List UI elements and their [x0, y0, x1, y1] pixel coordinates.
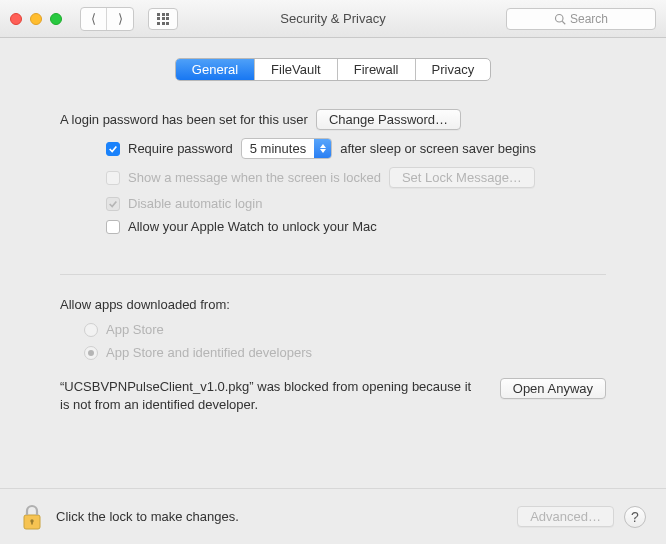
- stepper-icon: [314, 139, 331, 158]
- lock-icon[interactable]: [20, 503, 44, 531]
- disable-auto-login-row: Disable automatic login: [60, 196, 606, 211]
- radio-appstore-label: App Store: [106, 322, 164, 337]
- radio-identified: [84, 346, 98, 360]
- grid-icon: [157, 13, 169, 25]
- change-password-button[interactable]: Change Password…: [316, 109, 461, 130]
- blocked-app-message: “UCSBVPNPulseClient_v1.0.pkg” was blocke…: [60, 378, 480, 413]
- login-password-text: A login password has been set for this u…: [60, 112, 308, 127]
- lock-text: Click the lock to make changes.: [56, 509, 239, 524]
- tab-firewall[interactable]: Firewall: [338, 59, 416, 80]
- zoom-window-button[interactable]: [50, 13, 62, 25]
- titlebar: ⟨ ⟩ Security & Privacy Search: [0, 0, 666, 38]
- radio-identified-label: App Store and identified developers: [106, 345, 312, 360]
- require-password-label: Require password: [128, 141, 233, 156]
- segmented-control: General FileVault Firewall Privacy: [175, 58, 491, 81]
- nav-back-button[interactable]: ⟨: [81, 8, 107, 30]
- close-window-button[interactable]: [10, 13, 22, 25]
- general-section: A login password has been set for this u…: [28, 109, 638, 413]
- gatekeeper-option-identified-row: App Store and identified developers: [60, 345, 606, 360]
- search-icon: [554, 13, 566, 25]
- gatekeeper-option-appstore-row: App Store: [60, 322, 606, 337]
- require-password-checkbox[interactable]: [106, 142, 120, 156]
- tab-general[interactable]: General: [176, 59, 255, 80]
- disable-auto-login-label: Disable automatic login: [128, 196, 262, 211]
- nav-forward-button[interactable]: ⟩: [107, 8, 133, 30]
- apple-watch-row: Allow your Apple Watch to unlock your Ma…: [60, 219, 606, 234]
- gatekeeper-heading: Allow apps downloaded from:: [60, 297, 606, 312]
- search-input[interactable]: Search: [506, 8, 656, 30]
- disable-auto-login-checkbox: [106, 197, 120, 211]
- window-controls: [10, 13, 62, 25]
- show-message-checkbox: [106, 171, 120, 185]
- chevron-right-icon: ⟩: [118, 11, 123, 26]
- chevron-left-icon: ⟨: [91, 11, 96, 26]
- advanced-button: Advanced…: [517, 506, 614, 527]
- content: General FileVault Firewall Privacy A log…: [0, 38, 666, 413]
- require-password-delay-select[interactable]: 5 minutes: [241, 138, 332, 159]
- help-button[interactable]: ?: [624, 506, 646, 528]
- checkmark-icon: [108, 199, 118, 209]
- search-placeholder: Search: [570, 12, 608, 26]
- show-message-row: Show a message when the screen is locked…: [60, 167, 606, 188]
- footer: Click the lock to make changes. Advanced…: [0, 488, 666, 544]
- set-lock-message-button: Set Lock Message…: [389, 167, 535, 188]
- section-divider: [60, 274, 606, 275]
- tab-filevault[interactable]: FileVault: [255, 59, 338, 80]
- nav-back-forward: ⟨ ⟩: [80, 7, 134, 31]
- login-password-row: A login password has been set for this u…: [60, 109, 606, 130]
- minimize-window-button[interactable]: [30, 13, 42, 25]
- tab-bar: General FileVault Firewall Privacy: [28, 58, 638, 81]
- open-anyway-button[interactable]: Open Anyway: [500, 378, 606, 399]
- svg-point-0: [555, 14, 563, 22]
- svg-line-1: [562, 21, 565, 24]
- help-icon: ?: [631, 509, 639, 525]
- require-password-suffix: after sleep or screen saver begins: [340, 141, 536, 156]
- apple-watch-checkbox[interactable]: [106, 220, 120, 234]
- show-all-prefs-button[interactable]: [148, 8, 178, 30]
- svg-rect-4: [31, 521, 33, 525]
- require-password-delay-value: 5 minutes: [242, 141, 314, 156]
- radio-appstore: [84, 323, 98, 337]
- require-password-row: Require password 5 minutes after sleep o…: [60, 138, 606, 159]
- tab-privacy[interactable]: Privacy: [416, 59, 491, 80]
- show-message-label: Show a message when the screen is locked: [128, 170, 381, 185]
- checkmark-icon: [108, 144, 118, 154]
- apple-watch-label: Allow your Apple Watch to unlock your Ma…: [128, 219, 377, 234]
- blocked-app-row: “UCSBVPNPulseClient_v1.0.pkg” was blocke…: [60, 378, 606, 413]
